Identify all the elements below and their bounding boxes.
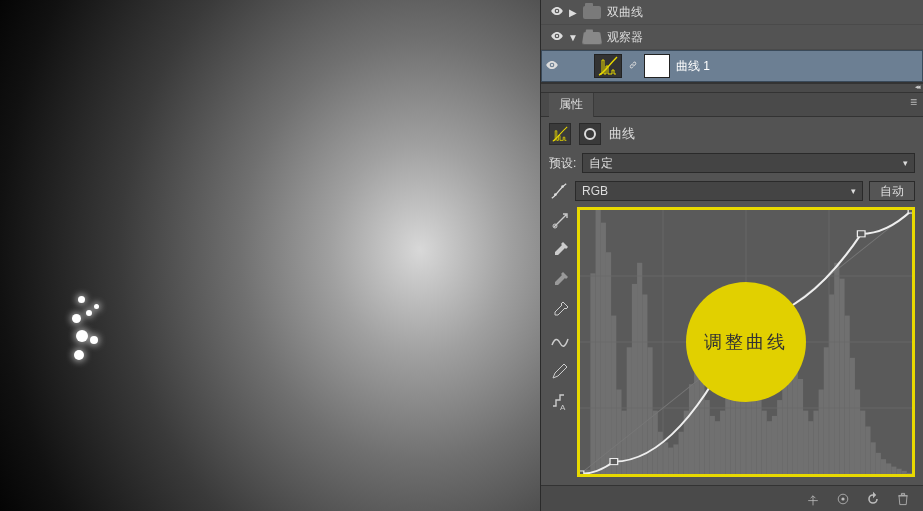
svg-rect-28 [679, 432, 684, 474]
auto-button[interactable]: 自动 [869, 181, 915, 201]
mask-mode-icon[interactable] [579, 123, 601, 145]
property-title: 曲线 [609, 125, 635, 143]
svg-rect-35 [715, 421, 720, 474]
svg-rect-58 [834, 263, 839, 474]
svg-rect-18 [627, 347, 632, 474]
svg-rect-64 [865, 426, 870, 474]
right-panels: ▶ 双曲线 ▼ 观察器 [540, 0, 923, 511]
svg-rect-22 [647, 347, 652, 474]
earring-highlight [72, 296, 110, 366]
pencil-mode-icon[interactable] [550, 361, 570, 381]
svg-rect-53 [808, 421, 813, 474]
svg-rect-17 [622, 411, 627, 474]
layer-group-label: 双曲线 [607, 4, 643, 21]
svg-rect-26 [668, 448, 673, 474]
curves-adjustment-icon [549, 123, 571, 145]
svg-rect-55 [819, 390, 824, 474]
svg-rect-25 [663, 442, 668, 474]
annotation-badge: 调整曲线 [686, 282, 806, 402]
preset-row: 预设: 自定 ▾ [549, 153, 915, 173]
svg-rect-80 [580, 471, 584, 474]
svg-rect-71 [902, 471, 907, 474]
svg-point-86 [841, 497, 844, 500]
smooth-icon[interactable]: A [550, 391, 570, 411]
chevron-updown-icon: ▾ [903, 158, 908, 168]
properties-footer [541, 485, 923, 511]
clip-to-layer-icon[interactable] [803, 489, 823, 509]
svg-rect-30 [689, 384, 694, 474]
adjustment-thumbnail [594, 54, 622, 78]
layer-group-row-1[interactable]: ▶ 双曲线 [541, 0, 923, 25]
folder-icon [583, 6, 601, 19]
svg-rect-32 [699, 379, 704, 474]
visibility-icon[interactable] [542, 58, 562, 75]
point-mode-icon[interactable] [549, 181, 569, 201]
visibility-icon[interactable] [547, 29, 567, 46]
preset-label: 预设: [549, 155, 576, 172]
tab-label: 属性 [559, 96, 583, 113]
svg-rect-34 [710, 416, 715, 474]
channel-select[interactable]: RGB ▾ [575, 181, 863, 201]
svg-rect-61 [850, 358, 855, 474]
preset-value: 自定 [589, 155, 613, 172]
svg-rect-33 [705, 400, 710, 474]
preset-select[interactable]: 自定 ▾ [582, 153, 915, 173]
curve-mode-icon[interactable] [550, 331, 570, 351]
svg-rect-69 [891, 467, 896, 474]
svg-point-2 [551, 63, 553, 65]
curves-graph[interactable]: 调整曲线 [577, 207, 915, 477]
svg-rect-54 [813, 411, 818, 474]
svg-rect-14 [606, 252, 611, 474]
tab-properties[interactable]: 属性 [549, 93, 594, 117]
link-icon[interactable] [626, 58, 640, 75]
svg-rect-59 [839, 279, 844, 474]
svg-rect-13 [601, 223, 606, 474]
layer-curves-row[interactable]: 曲线 1 [541, 50, 923, 82]
svg-rect-51 [798, 379, 803, 474]
disclosure-down-icon[interactable]: ▼ [567, 32, 579, 43]
chevron-updown-icon: ▾ [851, 186, 856, 196]
svg-rect-11 [590, 273, 595, 474]
svg-point-5 [554, 193, 557, 196]
view-previous-icon[interactable] [833, 489, 853, 509]
target-adjust-icon[interactable] [550, 211, 570, 231]
svg-rect-45 [767, 421, 772, 474]
panel-collapse-bar[interactable] [541, 83, 923, 93]
svg-point-1 [556, 34, 558, 36]
channel-value: RGB [582, 184, 608, 198]
curves-area: A 调整曲线 [549, 207, 915, 477]
svg-rect-19 [632, 284, 637, 474]
disclosure-right-icon[interactable]: ▶ [567, 7, 579, 18]
visibility-icon[interactable] [547, 4, 567, 21]
svg-rect-15 [611, 316, 616, 474]
svg-rect-68 [886, 463, 891, 474]
curves-tool-column: A [549, 207, 571, 477]
svg-point-0 [556, 9, 558, 11]
layer-group-row-2[interactable]: ▼ 观察器 [541, 25, 923, 50]
eyedropper-white-icon[interactable] [550, 301, 570, 321]
channel-row: RGB ▾ 自动 [549, 181, 915, 201]
properties-tab-bar: 属性 ≡ [541, 93, 923, 117]
properties-panel: 曲线 预设: 自定 ▾ RGB ▾ 自动 [541, 117, 923, 485]
svg-rect-43 [756, 390, 761, 474]
eyedropper-black-icon[interactable] [550, 241, 570, 261]
svg-rect-46 [772, 416, 777, 474]
trash-icon[interactable] [893, 489, 913, 509]
svg-rect-20 [637, 263, 642, 474]
layer-mask-thumbnail[interactable] [644, 54, 670, 78]
eyedropper-gray-icon[interactable] [550, 271, 570, 291]
svg-rect-24 [658, 432, 663, 474]
auto-label: 自动 [880, 183, 904, 200]
annotation-text: 调整曲线 [704, 330, 788, 354]
panel-menu-icon[interactable]: ≡ [910, 99, 917, 105]
svg-rect-62 [855, 390, 860, 474]
svg-rect-31 [694, 368, 699, 474]
folder-open-icon [582, 31, 602, 43]
svg-rect-70 [896, 469, 901, 474]
reset-icon[interactable] [863, 489, 883, 509]
svg-rect-23 [653, 411, 658, 474]
svg-rect-57 [829, 294, 834, 474]
svg-rect-36 [720, 411, 725, 474]
svg-rect-81 [610, 459, 618, 465]
canvas[interactable] [0, 0, 540, 511]
